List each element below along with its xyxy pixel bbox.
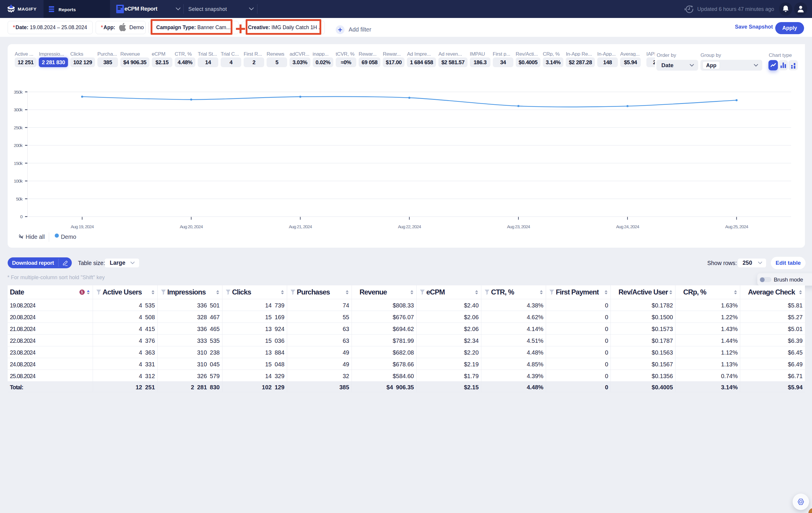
svg-text:150k: 150k (14, 161, 23, 166)
svg-text:0: 0 (20, 214, 23, 219)
svg-text:Aug 22, 2024: Aug 22, 2024 (398, 224, 421, 229)
svg-text:Aug 21, 2024: Aug 21, 2024 (289, 224, 312, 229)
svg-text:Aug 20, 2024: Aug 20, 2024 (180, 224, 203, 229)
svg-text:100k: 100k (14, 179, 23, 184)
svg-text:Aug 23, 2024: Aug 23, 2024 (507, 224, 530, 229)
svg-text:350k: 350k (14, 89, 23, 94)
svg-text:Aug 25, 2024: Aug 25, 2024 (725, 224, 749, 229)
svg-text:200k: 200k (14, 143, 23, 148)
svg-text:250k: 250k (14, 125, 23, 130)
svg-text:300k: 300k (14, 107, 23, 112)
svg-text:Aug 24, 2024: Aug 24, 2024 (616, 224, 639, 229)
svg-text:50k: 50k (16, 196, 23, 201)
svg-text:Aug 19, 2024: Aug 19, 2024 (70, 224, 94, 229)
